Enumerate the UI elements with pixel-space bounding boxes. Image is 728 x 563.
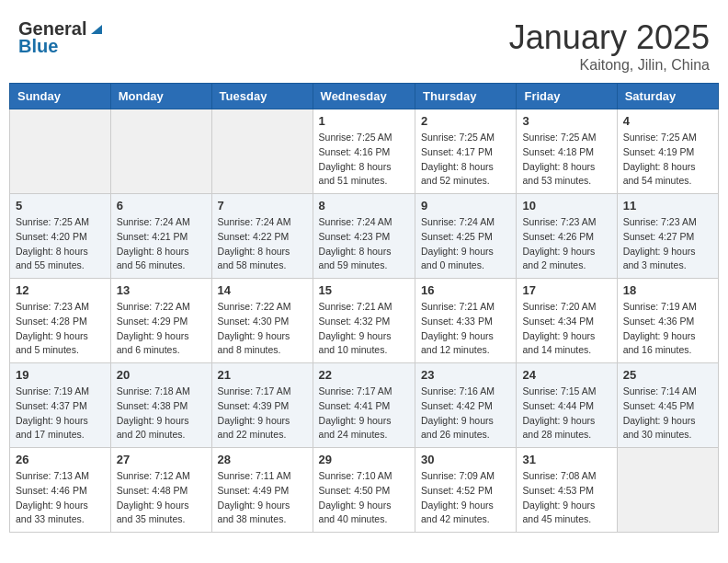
sunrise-label: Sunrise: 7:15 AM xyxy=(522,385,596,396)
calendar-cell: 9 Sunrise: 7:24 AM Sunset: 4:25 PM Dayli… xyxy=(415,194,517,279)
sunset-label: Sunset: 4:52 PM xyxy=(421,485,493,496)
day-number: 23 xyxy=(421,368,510,382)
calendar-cell: 21 Sunrise: 7:17 AM Sunset: 4:39 PM Dayl… xyxy=(211,363,313,448)
day-number: 15 xyxy=(319,283,409,297)
weekday-header-wednesday: Wednesday xyxy=(313,84,415,109)
calendar-cell: 4 Sunrise: 7:25 AM Sunset: 4:19 PM Dayli… xyxy=(617,109,718,194)
daylight-label: Daylight: 9 hours and 28 minutes. xyxy=(522,415,595,441)
sunset-label: Sunset: 4:19 PM xyxy=(623,146,695,157)
sunrise-label: Sunrise: 7:10 AM xyxy=(319,470,392,481)
daylight-label: Daylight: 9 hours and 3 minutes. xyxy=(623,246,696,271)
sunset-label: Sunset: 4:32 PM xyxy=(319,316,391,327)
sunset-label: Sunset: 4:53 PM xyxy=(522,485,594,496)
weekday-header-sunday: Sunday xyxy=(10,84,111,109)
sunrise-label: Sunrise: 7:20 AM xyxy=(522,301,596,312)
calendar-cell xyxy=(617,448,718,533)
sunrise-label: Sunrise: 7:08 AM xyxy=(522,470,596,481)
day-info: Sunrise: 7:24 AM Sunset: 4:22 PM Dayligh… xyxy=(218,215,307,273)
calendar-cell: 13 Sunrise: 7:22 AM Sunset: 4:29 PM Dayl… xyxy=(110,279,211,363)
calendar-cell: 8 Sunrise: 7:24 AM Sunset: 4:23 PM Dayli… xyxy=(313,194,415,279)
sunset-label: Sunset: 4:34 PM xyxy=(522,316,594,327)
calendar-cell: 14 Sunrise: 7:22 AM Sunset: 4:30 PM Dayl… xyxy=(211,279,313,363)
sunset-label: Sunset: 4:48 PM xyxy=(117,485,188,496)
sunset-label: Sunset: 4:26 PM xyxy=(522,231,594,242)
calendar-week-row: 26 Sunrise: 7:13 AM Sunset: 4:46 PM Dayl… xyxy=(10,448,719,533)
sunrise-label: Sunrise: 7:25 AM xyxy=(522,132,596,143)
logo-blue-text: Blue xyxy=(18,36,58,57)
calendar-week-row: 19 Sunrise: 7:19 AM Sunset: 4:37 PM Dayl… xyxy=(10,363,719,448)
weekday-header-friday: Friday xyxy=(517,84,617,109)
calendar-cell: 27 Sunrise: 7:12 AM Sunset: 4:48 PM Dayl… xyxy=(110,448,211,533)
calendar-cell xyxy=(10,109,111,194)
sunset-label: Sunset: 4:41 PM xyxy=(319,400,391,411)
sunrise-label: Sunrise: 7:12 AM xyxy=(117,470,190,481)
day-number: 25 xyxy=(623,368,712,382)
day-number: 20 xyxy=(117,368,206,382)
calendar-cell: 17 Sunrise: 7:20 AM Sunset: 4:34 PM Dayl… xyxy=(517,279,617,363)
daylight-label: Daylight: 8 hours and 52 minutes. xyxy=(421,161,494,187)
sunset-label: Sunset: 4:27 PM xyxy=(623,231,695,242)
day-info: Sunrise: 7:21 AM Sunset: 4:32 PM Dayligh… xyxy=(319,300,409,358)
sunrise-label: Sunrise: 7:25 AM xyxy=(623,132,697,143)
daylight-label: Daylight: 9 hours and 24 minutes. xyxy=(319,415,392,441)
calendar-cell: 5 Sunrise: 7:25 AM Sunset: 4:20 PM Dayli… xyxy=(10,194,111,279)
daylight-label: Daylight: 9 hours and 22 minutes. xyxy=(218,415,290,441)
daylight-label: Daylight: 8 hours and 58 minutes. xyxy=(218,246,290,271)
calendar-table: SundayMondayTuesdayWednesdayThursdayFrid… xyxy=(9,83,719,533)
day-info: Sunrise: 7:25 AM Sunset: 4:18 PM Dayligh… xyxy=(522,131,610,189)
sunset-label: Sunset: 4:20 PM xyxy=(16,231,87,242)
day-info: Sunrise: 7:23 AM Sunset: 4:27 PM Dayligh… xyxy=(623,215,712,273)
calendar-cell: 1 Sunrise: 7:25 AM Sunset: 4:16 PM Dayli… xyxy=(313,109,415,194)
daylight-label: Daylight: 8 hours and 51 minutes. xyxy=(319,161,392,187)
day-info: Sunrise: 7:25 AM Sunset: 4:16 PM Dayligh… xyxy=(319,131,409,189)
sunrise-label: Sunrise: 7:14 AM xyxy=(623,385,697,396)
calendar-week-row: 1 Sunrise: 7:25 AM Sunset: 4:16 PM Dayli… xyxy=(10,109,719,194)
sunset-label: Sunset: 4:29 PM xyxy=(117,316,188,327)
sunrise-label: Sunrise: 7:11 AM xyxy=(218,470,291,481)
sunset-label: Sunset: 4:16 PM xyxy=(319,146,391,157)
daylight-label: Daylight: 8 hours and 59 minutes. xyxy=(319,246,392,271)
weekday-header-tuesday: Tuesday xyxy=(211,84,313,109)
calendar-cell xyxy=(211,109,313,194)
daylight-label: Daylight: 9 hours and 45 minutes. xyxy=(522,500,595,525)
sunrise-label: Sunrise: 7:24 AM xyxy=(319,216,392,227)
sunset-label: Sunset: 4:42 PM xyxy=(421,400,493,411)
sunset-label: Sunset: 4:38 PM xyxy=(117,400,188,411)
calendar-week-row: 12 Sunrise: 7:23 AM Sunset: 4:28 PM Dayl… xyxy=(10,279,719,363)
sunrise-label: Sunrise: 7:25 AM xyxy=(16,216,89,227)
daylight-label: Daylight: 9 hours and 8 minutes. xyxy=(218,330,290,356)
day-info: Sunrise: 7:19 AM Sunset: 4:37 PM Dayligh… xyxy=(16,385,105,442)
day-info: Sunrise: 7:13 AM Sunset: 4:46 PM Dayligh… xyxy=(16,469,105,527)
sunrise-label: Sunrise: 7:25 AM xyxy=(319,132,392,143)
sunset-label: Sunset: 4:21 PM xyxy=(117,231,188,242)
day-number: 18 xyxy=(623,283,712,297)
sunrise-label: Sunrise: 7:19 AM xyxy=(16,385,89,396)
sunrise-label: Sunrise: 7:23 AM xyxy=(623,216,697,227)
day-info: Sunrise: 7:23 AM Sunset: 4:26 PM Dayligh… xyxy=(522,215,610,273)
day-number: 29 xyxy=(319,453,409,466)
day-info: Sunrise: 7:11 AM Sunset: 4:49 PM Dayligh… xyxy=(218,469,307,527)
sunset-label: Sunset: 4:25 PM xyxy=(421,231,493,242)
calendar-cell: 29 Sunrise: 7:10 AM Sunset: 4:50 PM Dayl… xyxy=(313,448,415,533)
day-number: 16 xyxy=(421,283,510,297)
day-info: Sunrise: 7:25 AM Sunset: 4:20 PM Dayligh… xyxy=(16,215,105,273)
day-number: 27 xyxy=(117,453,206,466)
day-info: Sunrise: 7:15 AM Sunset: 4:44 PM Dayligh… xyxy=(522,385,610,442)
calendar-week-row: 5 Sunrise: 7:25 AM Sunset: 4:20 PM Dayli… xyxy=(10,194,719,279)
daylight-label: Daylight: 9 hours and 2 minutes. xyxy=(522,246,595,271)
sunset-label: Sunset: 4:30 PM xyxy=(218,316,290,327)
sunset-label: Sunset: 4:49 PM xyxy=(218,485,290,496)
calendar-cell: 26 Sunrise: 7:13 AM Sunset: 4:46 PM Dayl… xyxy=(10,448,111,533)
daylight-label: Daylight: 9 hours and 6 minutes. xyxy=(117,330,189,356)
day-info: Sunrise: 7:25 AM Sunset: 4:19 PM Dayligh… xyxy=(623,131,712,189)
calendar-cell: 3 Sunrise: 7:25 AM Sunset: 4:18 PM Dayli… xyxy=(517,109,617,194)
day-number: 7 xyxy=(218,199,307,213)
page-header: General Blue January 2025 Kaitong, Jilin… xyxy=(9,9,719,78)
daylight-label: Daylight: 9 hours and 14 minutes. xyxy=(522,330,595,356)
day-info: Sunrise: 7:16 AM Sunset: 4:42 PM Dayligh… xyxy=(421,385,510,442)
day-info: Sunrise: 7:25 AM Sunset: 4:17 PM Dayligh… xyxy=(421,131,510,189)
daylight-label: Daylight: 9 hours and 42 minutes. xyxy=(421,500,494,525)
day-info: Sunrise: 7:12 AM Sunset: 4:48 PM Dayligh… xyxy=(117,469,206,527)
title-section: January 2025 Kaitong, Jilin, China xyxy=(509,18,710,74)
daylight-label: Daylight: 9 hours and 40 minutes. xyxy=(319,500,392,525)
